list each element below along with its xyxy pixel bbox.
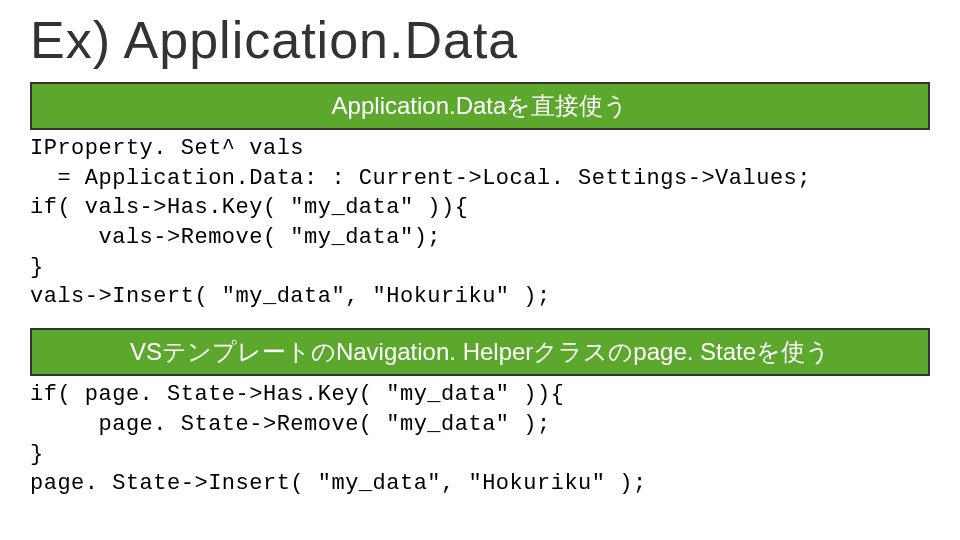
code-block-1: IProperty. Set^ vals = Application.Data:… <box>30 134 930 312</box>
banner-navigation-helper: VSテンプレートのNavigation. Helperクラスのpage. Sta… <box>30 328 930 376</box>
banner-application-data: Application.Dataを直接使う <box>30 82 930 130</box>
slide-title: Ex) Application.Data <box>30 10 930 70</box>
code-block-2: if( page. State->Has.Key( "my_data" )){ … <box>30 380 930 499</box>
slide: Ex) Application.Data Application.Dataを直接… <box>0 0 960 540</box>
